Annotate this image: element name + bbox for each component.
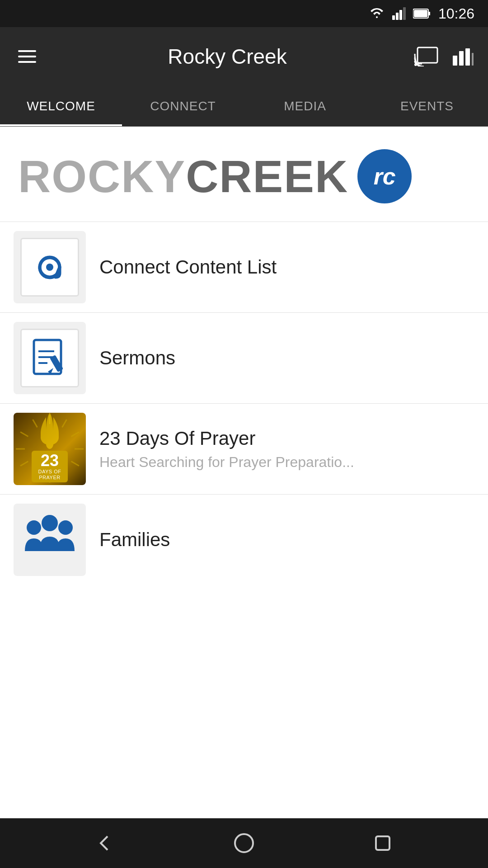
logo-creek: CREEK (186, 151, 348, 203)
tab-connect[interactable]: CONNECT (122, 86, 244, 126)
at-icon (20, 238, 79, 297)
status-time: 10:26 (438, 5, 474, 22)
battery-icon (413, 8, 431, 19)
connect-content-text: Connect Content List (99, 256, 277, 278)
svg-rect-10 (459, 51, 464, 66)
svg-line-25 (71, 462, 79, 466)
menu-button[interactable] (14, 46, 41, 67)
svg-line-23 (71, 432, 79, 437)
tab-welcome[interactable]: WELCOME (0, 86, 122, 126)
list-items: Connect Content List (0, 222, 488, 585)
prayer-text: 23 Days Of Prayer Heart Searching for Pr… (99, 428, 354, 471)
svg-rect-12 (472, 53, 474, 66)
svg-rect-11 (465, 48, 470, 66)
logo-wordmark: ROCKY CREEK (18, 151, 348, 203)
svg-rect-1 (396, 13, 399, 20)
logo-badge: rc (357, 149, 412, 203)
recents-button[interactable] (365, 825, 401, 861)
svg-line-22 (62, 420, 67, 427)
families-text: Families (99, 529, 170, 551)
sermons-text: Sermons (99, 347, 175, 369)
svg-rect-37 (376, 836, 389, 850)
sermons-title: Sermons (99, 347, 175, 369)
connect-content-title: Connect Content List (99, 256, 277, 278)
logo-rocky: ROCKY (18, 151, 186, 203)
prayer-number: 23 (41, 453, 59, 469)
back-button[interactable] (87, 825, 123, 861)
families-icon-container (14, 504, 86, 576)
tab-media[interactable]: MEDIA (244, 86, 366, 126)
svg-line-32 (33, 420, 38, 427)
tab-events[interactable]: EVENTS (366, 86, 488, 126)
wifi-icon (369, 7, 385, 20)
svg-point-33 (27, 520, 41, 535)
prayer-icon-container: 23 DAYS OF PRAYER (14, 413, 86, 485)
svg-rect-5 (428, 12, 430, 15)
prayer-title: 23 Days Of Prayer (99, 428, 354, 449)
tab-bar: WELCOME CONNECT MEDIA EVENTS (0, 86, 488, 127)
cast-icon[interactable] (414, 47, 438, 66)
status-icons: 10:26 (369, 5, 474, 22)
logo-text: ROCKY CREEK rc (18, 149, 412, 203)
svg-rect-2 (399, 10, 402, 20)
connect-content-icon (14, 231, 86, 303)
svg-rect-7 (418, 47, 437, 63)
svg-line-31 (20, 432, 28, 437)
svg-point-14 (46, 264, 53, 271)
list-item-prayer[interactable]: 23 DAYS OF PRAYER 23 Days Of Prayer Hear… (0, 403, 488, 494)
svg-point-34 (58, 520, 73, 535)
app-bar: Rocky Creek (0, 27, 488, 86)
app-bar-actions (414, 47, 474, 66)
list-item-sermons[interactable]: Sermons (0, 312, 488, 403)
app-title: Rocky Creek (50, 44, 405, 69)
bottom-nav (0, 818, 488, 868)
svg-line-29 (20, 462, 28, 466)
sermons-icon-container (14, 322, 86, 394)
main-content: ROCKY CREEK rc Connect Content L (0, 127, 488, 818)
families-title: Families (99, 529, 170, 551)
svg-rect-6 (414, 10, 427, 17)
list-item-families[interactable]: Families (0, 494, 488, 585)
list-item-connect-content[interactable]: Connect Content List (0, 222, 488, 312)
families-icon (20, 510, 79, 569)
status-bar: 10:26 (0, 0, 488, 27)
sermons-icon (20, 329, 79, 387)
svg-point-8 (414, 63, 417, 66)
svg-rect-9 (453, 56, 457, 66)
signal-icon (392, 7, 406, 20)
svg-rect-0 (392, 15, 395, 20)
svg-point-35 (42, 515, 58, 531)
prayer-subtitle: Heart Searching for Prayer Preparatio... (99, 454, 354, 471)
chart-icon[interactable] (452, 47, 474, 66)
logo-area: ROCKY CREEK rc (0, 127, 488, 222)
prayer-label: DAYS OF PRAYER (36, 469, 63, 481)
svg-rect-3 (403, 7, 406, 20)
svg-point-36 (235, 834, 253, 852)
prayer-icon: 23 DAYS OF PRAYER (14, 413, 86, 485)
home-button[interactable] (226, 825, 262, 861)
